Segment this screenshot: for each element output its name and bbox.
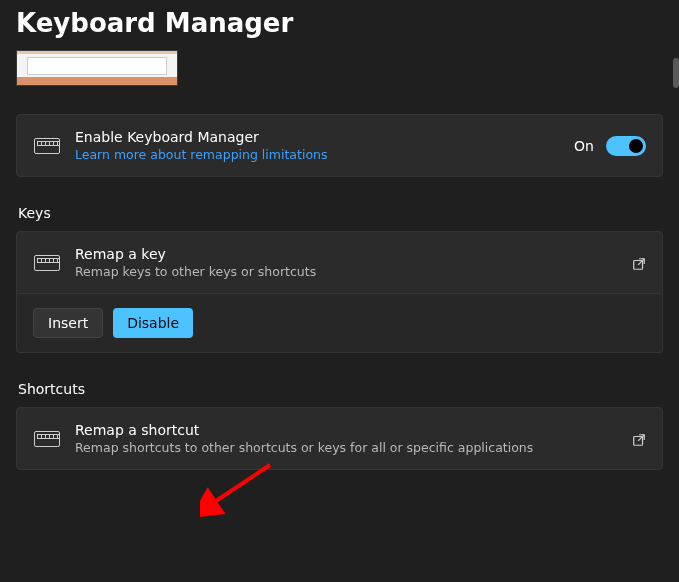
enable-toggle[interactable] xyxy=(606,136,646,156)
keyboard-icon xyxy=(33,136,61,156)
remap-shortcut-row[interactable]: Remap a shortcut Remap shortcuts to othe… xyxy=(16,407,663,470)
remap-shortcut-sub: Remap shortcuts to other shortcuts or ke… xyxy=(75,440,632,455)
mapped-key-button[interactable]: Insert xyxy=(33,308,103,338)
toggle-knob xyxy=(629,139,643,153)
remap-key-title: Remap a key xyxy=(75,246,632,262)
enable-keyboard-manager-row: Enable Keyboard Manager Learn more about… xyxy=(16,114,663,177)
remap-key-sub: Remap keys to other keys or shortcuts xyxy=(75,264,632,279)
mapped-action-button[interactable]: Disable xyxy=(113,308,193,338)
learn-more-link[interactable]: Learn more about remapping limitations xyxy=(75,147,574,162)
section-shortcuts-label: Shortcuts xyxy=(18,381,663,397)
toggle-state-label: On xyxy=(574,138,594,154)
section-keys-label: Keys xyxy=(18,205,663,221)
remap-key-row[interactable]: Remap a key Remap keys to other keys or … xyxy=(16,231,663,294)
keyboard-icon xyxy=(33,429,61,449)
key-mapping-row: Insert Disable xyxy=(16,294,663,353)
keyboard-icon xyxy=(33,253,61,273)
open-external-icon[interactable] xyxy=(632,256,646,270)
remap-shortcut-title: Remap a shortcut xyxy=(75,422,632,438)
preview-thumbnail xyxy=(16,50,178,86)
enable-title: Enable Keyboard Manager xyxy=(75,129,574,145)
page-title: Keyboard Manager xyxy=(0,0,679,50)
scrollbar[interactable] xyxy=(673,58,679,88)
open-external-icon[interactable] xyxy=(632,432,646,446)
